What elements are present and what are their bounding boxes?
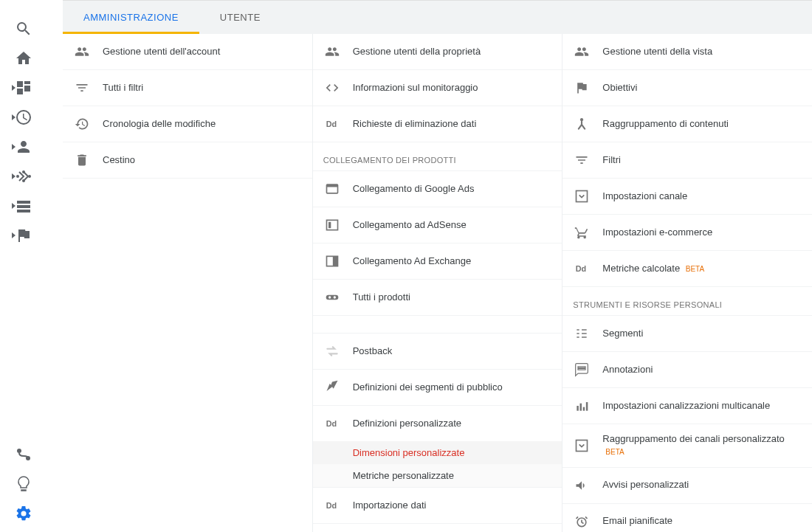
search-icon [15, 20, 32, 38]
label: Tutti i prodotti [353, 291, 410, 304]
search-nav[interactable] [6, 18, 41, 40]
adsense-link[interactable]: Collegamento ad AdSense [313, 207, 562, 243]
adexchange-link[interactable]: Collegamento Ad Exchange [313, 243, 562, 280]
custom-metrics[interactable]: Metriche personalizzate [313, 464, 562, 487]
personal-tools-header: STRUMENTI E RISORSE PERSONALI [562, 287, 812, 316]
channel-settings[interactable]: Impostazioni canale [562, 179, 812, 215]
view-user-mgmt[interactable]: Gestione utenti della vista [562, 34, 812, 70]
label: Importazione dati [353, 500, 427, 512]
property-user-mgmt[interactable]: Gestione utenti della proprietà [313, 34, 562, 70]
admin-columns-wrap: Gestione utenti dell'account Tutti i fil… [63, 34, 812, 532]
label: Collegamento ad AdSense [353, 219, 467, 232]
trash[interactable]: Cestino [63, 142, 312, 179]
cart-icon [573, 224, 591, 241]
product-linking-header: COLLEGAMENTO DEI PRODOTTI [313, 142, 562, 171]
segments-icon [573, 325, 591, 342]
attribution-nav[interactable] [6, 443, 41, 466]
acquisition-nav[interactable] [6, 165, 41, 187]
audience-nav[interactable] [6, 136, 41, 158]
bulb-icon [15, 475, 32, 493]
filter-icon [73, 79, 91, 97]
custom-definitions[interactable]: Dd Definizioni personalizzate [313, 406, 562, 441]
custom-channel-grouping[interactable]: Raggruppamento dei canali personalizzato… [562, 424, 812, 468]
label: Avvisi personalizzati [602, 479, 689, 491]
change-history[interactable]: Cronologia delle modifiche [63, 106, 312, 142]
tracking-info[interactable]: Informazioni sul monitoraggio [313, 70, 562, 106]
beta-badge: BETA [605, 448, 624, 456]
all-filters[interactable]: Tutti i filtri [63, 70, 312, 106]
data-import[interactable]: Dd Importazione dati [313, 488, 562, 524]
annotation-icon [573, 361, 591, 379]
attribution-icon [15, 446, 32, 463]
segments[interactable]: Segmenti [562, 316, 812, 352]
mcf-settings[interactable]: Impostazioni canalizzazioni multicanale [562, 388, 812, 424]
svg-text:Dd: Dd [326, 120, 336, 128]
megaphone-icon [573, 477, 591, 494]
people-icon [323, 43, 341, 61]
label: Cronologia delle modifiche [103, 118, 216, 131]
flag-icon [573, 79, 591, 97]
account-user-mgmt[interactable]: Gestione utenti dell'account [63, 34, 312, 70]
bars-icon [573, 397, 591, 415]
home-nav[interactable] [6, 47, 41, 69]
alarm-icon [573, 513, 591, 531]
label: Raggruppamento di contenuti [602, 118, 729, 131]
scheduled-emails[interactable]: Email pianificate [562, 504, 812, 532]
svg-rect-10 [328, 222, 331, 228]
dd-icon: Dd [573, 260, 591, 277]
label: Informazioni sul monitoraggio [353, 82, 478, 94]
dd-icon: Dd [323, 415, 341, 432]
audience-definitions[interactable]: Definizioni dei segmenti di pubblico [313, 370, 562, 406]
label: Collegamento Ad Exchange [353, 255, 471, 268]
ads-icon [323, 180, 341, 198]
account-column: Gestione utenti dell'account Tutti i fil… [63, 34, 313, 532]
conversions-nav[interactable] [6, 224, 41, 246]
label: Richieste di eliminazione dati [353, 118, 477, 131]
calculated-metrics[interactable]: Dd Metriche calcolate BETA [562, 251, 812, 287]
postback-icon [323, 342, 341, 360]
goals[interactable]: Obiettivi [562, 70, 812, 106]
tab-user[interactable]: UTENTE [199, 1, 281, 34]
admin-nav[interactable] [6, 502, 41, 525]
svg-rect-21 [577, 406, 579, 411]
beta-badge: BETA [686, 265, 704, 273]
svg-point-4 [17, 449, 21, 453]
custom-dimensions[interactable]: Dimensioni personalizzate [313, 441, 562, 464]
label: Raggruppamento dei canali personalizzato… [602, 433, 797, 458]
label: Impostazioni e-commerce [602, 227, 712, 239]
view-filters[interactable]: Filtri [562, 142, 812, 179]
all-products[interactable]: Tutti i prodotti [313, 280, 562, 316]
customization-nav[interactable] [6, 77, 41, 99]
label: Annotazioni [602, 364, 653, 376]
realtime-nav[interactable] [6, 106, 41, 128]
share-icon [15, 167, 32, 185]
label: Postback [353, 345, 392, 358]
behavior-nav[interactable] [6, 195, 41, 217]
svg-point-0 [16, 175, 19, 178]
discover-nav[interactable] [6, 473, 41, 495]
label: Gestione utenti della proprietà [353, 46, 481, 58]
content-grouping[interactable]: Raggruppamento di contenuti [562, 106, 812, 142]
dd-icon: Dd [323, 497, 341, 514]
svg-rect-25 [577, 440, 588, 451]
svg-rect-23 [583, 407, 585, 411]
label: Segmenti [602, 328, 643, 340]
spacer [313, 316, 562, 334]
postback[interactable]: Postback [313, 334, 562, 370]
adexchange-icon [323, 252, 341, 270]
google-ads-link[interactable]: Collegamento di Google Ads [313, 171, 562, 207]
label: Gestione utenti della vista [602, 46, 712, 58]
content-icon [573, 115, 591, 133]
label: Obiettivi [602, 82, 637, 94]
clock-icon [15, 108, 32, 126]
custom-alerts[interactable]: Avvisi personalizzati [562, 468, 812, 504]
data-deletion[interactable]: Dd Richieste di eliminazione dati [313, 106, 562, 142]
annotations[interactable]: Annotazioni [562, 352, 812, 388]
ecommerce-settings[interactable]: Impostazioni e-commerce [562, 215, 812, 251]
svg-rect-13 [326, 295, 338, 300]
svg-rect-22 [580, 404, 582, 411]
label: Tutti i filtri [103, 82, 143, 94]
label: Definizioni personalizzate [353, 418, 461, 430]
label: Impostazioni canale [602, 190, 687, 203]
tab-admin[interactable]: AMMINISTRAZIONE [63, 1, 199, 34]
